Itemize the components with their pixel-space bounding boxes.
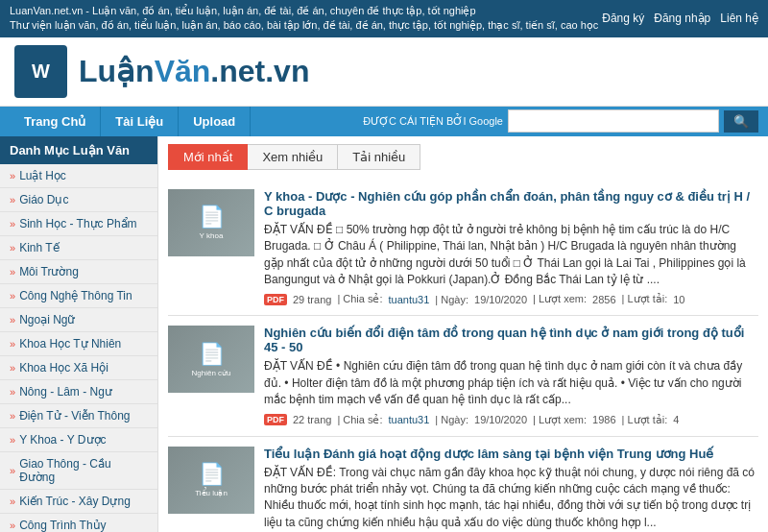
sidebar-arrow-3: » [10, 242, 15, 254]
top-bar-info: LuanVan.net.vn - Luận văn, đồ án, tiểu l… [10, 4, 598, 34]
nav-tailieu[interactable]: Tài Liệu [101, 107, 179, 136]
top-bar-links: Đăng ký Đăng nhập Liên hệ [602, 12, 758, 25]
sidebar-title: Danh Mục Luận Văn [0, 136, 157, 164]
search-label: ĐƯỢC CÁI TIỆN BỞI Google [363, 115, 503, 128]
logo-bar: W LuậnVăn.net.vn [0, 37, 768, 107]
sidebar-arrow-2: » [10, 218, 15, 230]
sidebar: Danh Mục Luận Văn »Luật Học»Giáo Dục»Sin… [0, 136, 158, 532]
sidebar-arrow-0: » [10, 170, 15, 181]
sidebar-item-12[interactable]: »Giao Thông - Cầu Đường [0, 452, 157, 490]
article-dl-label-0: | Lượt tải: [622, 293, 668, 305]
site-desc: Thư viện luận văn, đồ án, tiểu luận, luậ… [10, 18, 598, 33]
sidebar-arrow-5: » [10, 290, 15, 302]
article-title-0[interactable]: Y khoa - Dược - Nghiên cứu góp phần chẩn… [264, 189, 758, 218]
article-date-0: 19/10/2020 [474, 294, 527, 305]
article-body-2: Tiểu luận Đánh giá hoạt động dược lâm sà… [264, 447, 758, 532]
sidebar-item-13[interactable]: »Kiến Trúc - Xây Dựng [0, 490, 157, 514]
article-date-label-0: | Ngày: [435, 294, 468, 305]
article-body-1: Nghiên cứu biến đổi điện tâm đồ trong qu… [264, 326, 758, 425]
article-meta-1: PDF 22 trang | Chia sẻ: tuantu31 | Ngày:… [264, 414, 758, 426]
sidebar-item-5[interactable]: »Công Nghệ Thông Tin [0, 284, 157, 308]
tab-xemnhieu[interactable]: Xem nhiều [248, 144, 338, 170]
sidebar-arrow-9: » [10, 386, 15, 398]
article-pages-1: 22 trang [293, 414, 331, 425]
sidebar-arrow-10: » [10, 410, 15, 422]
sidebar-item-11[interactable]: »Y Khoa - Y Dược [0, 428, 157, 452]
sidebar-item-14[interactable]: »Công Trình Thủy [0, 514, 157, 532]
sidebar-arrow-11: » [10, 434, 15, 446]
sidebar-arrow-6: » [10, 314, 15, 326]
article-share-1[interactable]: tuantu31 [389, 414, 430, 425]
search-area: ĐƯỢC CÁI TIỆN BỞI Google 🔍 [363, 109, 758, 133]
article-title-1[interactable]: Nghiên cứu biến đổi điện tâm đồ trong qu… [264, 326, 758, 354]
pdf-icon-0: PDF [264, 294, 287, 305]
sidebar-item-10[interactable]: »Điện Tử - Viễn Thông [0, 404, 157, 428]
tab-moinhat[interactable]: Mới nhất [168, 144, 248, 170]
article-item: 📄 Y khoa Y khoa - Dược - Nghiên cứu góp … [168, 180, 758, 317]
search-button[interactable]: 🔍 [724, 110, 758, 133]
pdf-icon-1: PDF [264, 414, 287, 425]
sidebar-arrow-13: » [10, 496, 15, 507]
sidebar-arrow-14: » [10, 520, 15, 531]
tabs: Mới nhất Xem nhiều Tải nhiều [168, 144, 758, 170]
article-body-0: Y khoa - Dược - Nghiên cứu góp phần chẩn… [264, 189, 758, 306]
sidebar-arrow-8: » [10, 362, 15, 374]
nav-upload[interactable]: Upload [179, 107, 251, 136]
sidebar-item-9[interactable]: »Nông - Lâm - Ngư [0, 380, 157, 404]
article-list: 📄 Y khoa Y khoa - Dược - Nghiên cứu góp … [168, 180, 758, 532]
logo-text[interactable]: LuậnVăn.net.vn [79, 53, 309, 89]
article-meta-0: PDF 29 trang | Chia sẻ: tuantu31 | Ngày:… [264, 293, 758, 305]
sidebar-arrow-1: » [10, 194, 15, 206]
article-date-1: 19/10/2020 [474, 414, 527, 425]
article-views-label-1: | Lượt xem: [533, 414, 587, 426]
article-downloads-1: 4 [673, 414, 679, 425]
article-share-0[interactable]: tuantu31 [389, 294, 430, 305]
article-thumb-1: 📄 Nghiên cứu [168, 326, 254, 393]
top-bar: LuanVan.net.vn - Luận văn, đồ án, tiểu l… [0, 0, 768, 37]
logo-icon: W [14, 45, 67, 98]
article-downloads-0: 10 [673, 294, 684, 305]
sidebar-item-3[interactable]: »Kinh Tế [0, 236, 157, 260]
main-content: Danh Mục Luận Văn »Luật Học»Giáo Dục»Sin… [0, 136, 768, 532]
tab-tainHieu[interactable]: Tải nhiều [338, 144, 420, 170]
sidebar-arrow-7: » [10, 338, 15, 350]
sidebar-arrow-12: » [10, 465, 15, 476]
sidebar-item-4[interactable]: »Môi Trường [0, 260, 157, 284]
content-area: Mới nhất Xem nhiều Tải nhiều 📄 Y khoa Y … [158, 136, 768, 532]
site-title: LuanVan.net.vn - Luận văn, đồ án, tiểu l… [10, 4, 598, 18]
article-views-label-0: | Lượt xem: [533, 293, 587, 305]
article-thumb-2: 📄 Tiểu luận [168, 447, 254, 514]
article-pages-0: 29 trang [293, 294, 331, 305]
contact-link[interactable]: Liên hệ [720, 12, 758, 25]
article-title-2[interactable]: Tiểu luận Đánh giá hoạt động dược lâm sà… [264, 447, 758, 461]
sidebar-item-6[interactable]: »Ngoại Ngữ [0, 308, 157, 332]
sidebar-item-2[interactable]: »Sinh Học - Thực Phẩm [0, 212, 157, 236]
article-views-1: 1986 [592, 414, 615, 425]
sidebar-item-1[interactable]: »Giáo Dục [0, 188, 157, 212]
article-date-label-1: | Ngày: [435, 414, 468, 425]
login-link[interactable]: Đăng nhập [654, 12, 710, 25]
article-thumb-0: 📄 Y khoa [168, 189, 254, 256]
article-item: 📄 Tiểu luận Tiểu luận Đánh giá hoạt động… [168, 437, 758, 532]
article-share-label-0: | Chia sẻ: [337, 293, 382, 305]
article-share-label-1: | Chia sẻ: [337, 414, 382, 426]
sidebar-arrow-4: » [10, 266, 15, 278]
nav-bar: Trang Chủ Tài Liệu Upload ĐƯỢC CÁI TIỆN … [0, 107, 768, 136]
search-input[interactable] [508, 109, 719, 133]
sidebar-item-0[interactable]: »Luật Học [0, 164, 157, 188]
sidebar-item-7[interactable]: »Khoa Học Tự Nhiên [0, 332, 157, 356]
article-desc-1: ĐẶT VẤN ĐỀ • Nghiên cứu điện tâm đồ tron… [264, 358, 758, 408]
article-views-0: 2856 [592, 294, 615, 305]
article-dl-label-1: | Lượt tải: [622, 414, 668, 426]
sidebar-item-8[interactable]: »Khoa Học Xã Hội [0, 356, 157, 380]
article-item: 📄 Nghiên cứu Nghiên cứu biến đổi điện tâ… [168, 316, 758, 436]
article-desc-0: ĐẶT VẤN ĐỀ □ 50% trường hợp đột tử ở ngư… [264, 222, 758, 289]
register-link[interactable]: Đăng ký [602, 12, 644, 25]
nav-trangchu[interactable]: Trang Chủ [10, 107, 101, 136]
article-desc-2: ĐẶT VẤN ĐỀ: Trong vài chục năm gần đây k… [264, 465, 758, 532]
